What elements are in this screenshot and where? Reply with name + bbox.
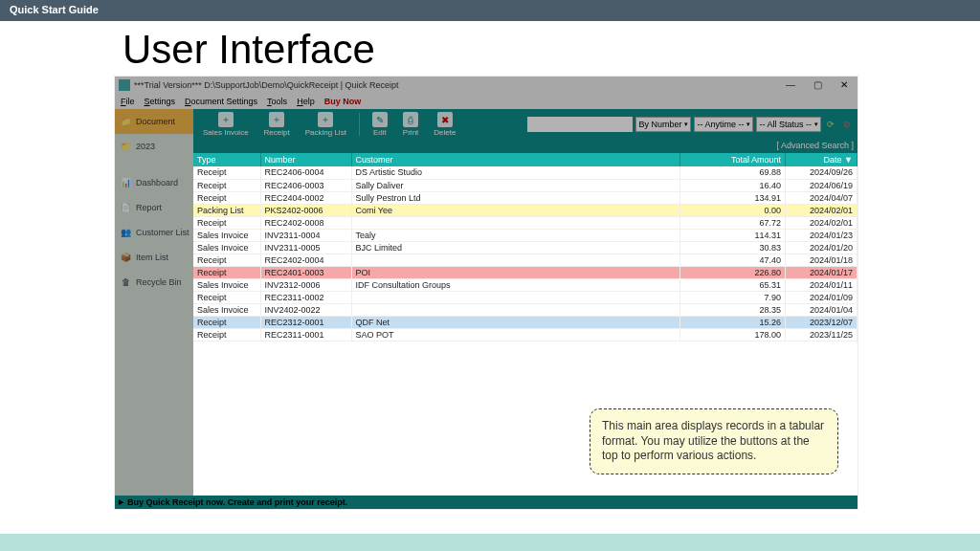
cell-num: REC2404-0002 — [260, 191, 351, 204]
col-number[interactable]: Number — [260, 153, 351, 166]
records-table-wrap: TypeNumberCustomerTotal AmountDate ▼ Rec… — [193, 153, 858, 496]
menu-tools[interactable]: Tools — [267, 97, 287, 106]
cell-type: Receipt — [193, 253, 260, 266]
table-row[interactable]: ReceiptREC2311-00027.902024/01/09 — [193, 291, 858, 303]
cell-type: Receipt — [193, 216, 260, 229]
table-row[interactable]: Sales InvoiceINV2402-002228.352024/01/04 — [193, 303, 858, 316]
table-row[interactable]: Sales InvoiceINV2311-0004Tealy114.312024… — [193, 229, 858, 241]
sidebar-item-label: Recycle Bin — [136, 277, 182, 287]
trash-icon: 🗑 — [119, 276, 132, 289]
cell-cust: SAO POT — [351, 328, 680, 341]
cell-cust: QDF Net — [351, 316, 680, 328]
sidebar-item-dashboard[interactable]: 📊Dashboard — [115, 170, 193, 195]
menu-document-settings[interactable]: Document Settings — [185, 97, 257, 106]
col-customer[interactable]: Customer — [351, 153, 680, 166]
cell-type: Sales Invoice — [193, 229, 260, 241]
cell-date: 2024/02/01 — [786, 204, 858, 216]
cell-cust: Comi Yee — [351, 204, 680, 216]
sidebar-item-document[interactable]: 📁Document — [115, 109, 193, 134]
packing-list-button[interactable]: ＋Packing List — [300, 110, 352, 139]
sidebar-item-report[interactable]: 📄Report — [115, 195, 193, 220]
table-row[interactable]: ReceiptREC2311-0001SAO POT178.002023/11/… — [193, 328, 858, 341]
cell-amt: 65.31 — [680, 278, 786, 291]
sidebar-item-recycle-bin[interactable]: 🗑Recycle Bin — [115, 270, 193, 295]
sidebar-item-customer-list[interactable]: 👥Customer List — [115, 220, 193, 245]
cell-cust — [351, 303, 680, 316]
sidebar-item-item-list[interactable]: 📦Item List — [115, 245, 193, 270]
sales-invoice-icon: ＋ — [218, 112, 234, 127]
sidebar-item-label: 2023 — [136, 142, 155, 151]
sales-invoice-button[interactable]: ＋Sales Invoice — [197, 110, 255, 139]
svg-rect-0 — [119, 79, 130, 91]
guide-topbar: Quick Start Guide — [0, 0, 980, 21]
toolbar-btn-label: Print — [403, 128, 418, 137]
page-footer-strip — [0, 534, 980, 551]
menu-buy-now[interactable]: Buy Now — [324, 97, 362, 106]
table-row[interactable]: ReceiptREC2404-0002Sully Pestron Ltd134.… — [193, 191, 858, 204]
cell-num: REC2406-0004 — [260, 166, 351, 179]
window-titlebar: ***Trial Version*** D:\SupportJob\Demo\Q… — [115, 77, 858, 93]
menu-help[interactable]: Help — [297, 97, 315, 106]
table-row[interactable]: ReceiptREC2312-0001QDF Net15.262023/12/0… — [193, 316, 858, 328]
cell-amt: 69.88 — [680, 166, 786, 179]
search-input[interactable] — [527, 117, 633, 132]
col-type[interactable]: Type — [193, 153, 260, 166]
cell-date: 2024/01/04 — [786, 303, 858, 316]
cell-date: 2024/01/17 — [786, 266, 858, 278]
cell-num: REC2311-0002 — [260, 291, 351, 303]
folder-icon: 📁 — [119, 140, 132, 153]
cell-date: 2024/01/09 — [786, 291, 858, 303]
toolbar-btn-label: Receipt — [264, 128, 290, 137]
table-row[interactable]: Packing ListPKS2402-0006Comi Yee0.002024… — [193, 204, 858, 216]
refresh-icon[interactable]: ⟳ — [824, 118, 837, 131]
menu-settings[interactable]: Settings — [145, 97, 176, 106]
cell-cust: POI — [351, 266, 680, 278]
cell-type: Receipt — [193, 328, 260, 341]
print-button[interactable]: ⎙Print — [397, 110, 424, 139]
cell-amt: 134.91 — [680, 191, 786, 204]
cell-num: REC2312-0001 — [260, 316, 351, 328]
delete-button[interactable]: ✖Delete — [428, 110, 461, 139]
toolbar-btn-label: Edit — [373, 128, 387, 137]
table-row[interactable]: ReceiptREC2402-000867.722024/02/01 — [193, 216, 858, 229]
minimize-button[interactable]: — — [777, 77, 804, 93]
cell-num: REC2311-0001 — [260, 328, 351, 341]
sidebar-item-label: Report — [136, 203, 162, 212]
table-row[interactable]: Sales InvoiceINV2312-0006IDF Consultatio… — [193, 278, 858, 291]
cell-amt: 67.72 — [680, 216, 786, 229]
cell-type: Sales Invoice — [193, 303, 260, 316]
table-row[interactable]: ReceiptREC2402-000447.402024/01/18 — [193, 253, 858, 266]
cell-cust — [351, 291, 680, 303]
cell-amt: 28.35 — [680, 303, 786, 316]
date-filter-dropdown[interactable]: -- Anytime -- — [694, 117, 753, 132]
dash-icon: 📊 — [119, 176, 132, 189]
table-row[interactable]: ReceiptREC2406-0003Sally Daliver16.40202… — [193, 179, 858, 191]
maximize-button[interactable]: ▢ — [804, 77, 831, 93]
table-row[interactable]: ReceiptREC2406-0004DS Artistic Studio69.… — [193, 166, 858, 179]
advanced-search-link[interactable]: [ Advanced Search ] — [193, 140, 858, 153]
cell-num: INV2311-0005 — [260, 241, 351, 253]
toolbar: ＋Sales Invoice＋Receipt＋Packing List✎Edit… — [193, 109, 858, 140]
cancel-icon[interactable]: ⊘ — [840, 118, 854, 131]
cell-cust: Tealy — [351, 229, 680, 241]
edit-button[interactable]: ✎Edit — [367, 110, 393, 139]
table-row[interactable]: Sales InvoiceINV2311-0005BJC Limited30.8… — [193, 241, 858, 253]
cell-num: INV2312-0006 — [260, 278, 351, 291]
cell-cust: Sally Daliver — [351, 179, 680, 191]
records-table: TypeNumberCustomerTotal AmountDate ▼ Rec… — [193, 153, 858, 342]
status-filter-dropdown[interactable]: -- All Status -- — [756, 117, 821, 132]
receipt-icon: ＋ — [269, 112, 284, 127]
toolbar-btn-label: Sales Invoice — [203, 128, 249, 137]
receipt-button[interactable]: ＋Receipt — [258, 110, 296, 139]
search-by-dropdown[interactable]: By Number — [635, 117, 691, 132]
print-icon: ⎙ — [403, 112, 418, 127]
sidebar-item-label: Document — [136, 117, 175, 126]
status-bar[interactable]: Buy Quick Receipt now. Create and print … — [115, 496, 858, 509]
table-row[interactable]: ReceiptREC2401-0003POI226.802024/01/17 — [193, 266, 858, 278]
sidebar-item-2023[interactable]: 📁2023 — [115, 134, 193, 159]
cell-amt: 0.00 — [680, 204, 786, 216]
menu-file[interactable]: File — [121, 97, 135, 106]
col-date[interactable]: Date ▼ — [786, 153, 858, 166]
col-total[interactable]: Total Amount — [680, 153, 786, 166]
close-button[interactable]: ✕ — [831, 77, 858, 93]
